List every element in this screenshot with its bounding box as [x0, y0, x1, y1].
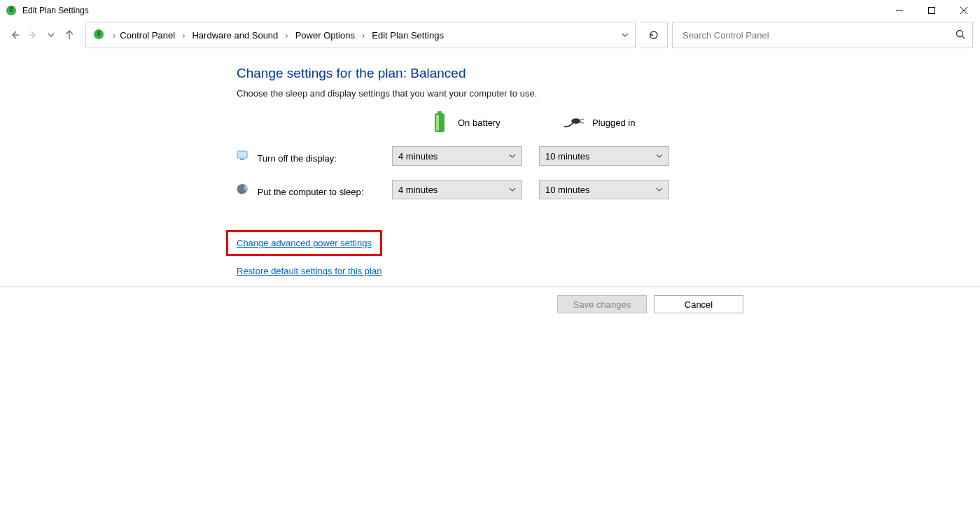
- forward-button[interactable]: [25, 27, 41, 43]
- chevron-right-icon[interactable]: ›: [179, 30, 188, 41]
- address-icon: [86, 29, 110, 42]
- chevron-down-icon: [656, 151, 663, 162]
- up-button[interactable]: [62, 27, 77, 43]
- navigation-bar: › Control Panel › Hardware and Sound › P…: [0, 21, 980, 49]
- chevron-down-icon: [509, 185, 516, 195]
- app-icon: [6, 5, 17, 16]
- row-label-wrap: Turn off the display:: [237, 149, 392, 164]
- minimize-button[interactable]: [883, 0, 916, 21]
- svg-rect-15: [436, 115, 439, 131]
- chevron-down-icon: [509, 151, 516, 162]
- svg-line-18: [580, 122, 584, 123]
- row-label-wrap: Put the computer to sleep:: [237, 183, 392, 197]
- battery-column-header: On battery: [392, 111, 539, 134]
- display-plugged-dropdown[interactable]: 10 minutes: [539, 146, 669, 166]
- recent-locations-button[interactable]: [43, 27, 59, 43]
- sleep-label: Put the computer to sleep:: [258, 187, 364, 197]
- dropdown-value: 10 minutes: [545, 151, 590, 162]
- setting-row-sleep: Put the computer to sleep: 4 minutes 10 …: [237, 180, 980, 199]
- page-heading: Change settings for the plan: Balanced: [237, 66, 980, 81]
- chevron-right-icon[interactable]: ›: [282, 30, 290, 41]
- maximize-button[interactable]: [916, 0, 948, 21]
- footer: Save changes Cancel: [0, 286, 980, 322]
- svg-point-16: [571, 118, 580, 124]
- svg-line-12: [962, 36, 965, 38]
- nav-arrows: [7, 27, 77, 43]
- sleep-plugged-dropdown[interactable]: 10 minutes: [539, 180, 669, 199]
- svg-rect-19: [237, 151, 247, 158]
- column-headers: On battery Plugged in: [237, 111, 980, 134]
- chevron-right-icon[interactable]: ›: [110, 30, 118, 41]
- setting-row-display: Turn off the display: 4 minutes 10 minut…: [237, 146, 980, 166]
- plugged-column-header: Plugged in: [539, 111, 686, 134]
- page-subtext: Choose the sleep and display settings th…: [237, 88, 980, 99]
- dropdown-value: 4 minutes: [398, 151, 438, 162]
- dropdown-value: 4 minutes: [398, 185, 438, 195]
- highlighted-box: Change advanced power settings: [226, 230, 382, 256]
- breadcrumb-item[interactable]: Hardware and Sound: [190, 27, 279, 43]
- window-title: Edit Plan Settings: [22, 6, 883, 15]
- plugged-column-label: Plugged in: [592, 118, 635, 128]
- search-input[interactable]: [681, 29, 955, 41]
- breadcrumb: Control Panel › Hardware and Sound › Pow…: [118, 27, 615, 43]
- title-bar: Edit Plan Settings: [0, 0, 980, 21]
- close-button[interactable]: [948, 0, 980, 21]
- battery-column-label: On battery: [458, 118, 500, 128]
- main-content: Change settings for the plan: Balanced C…: [0, 49, 980, 276]
- save-button[interactable]: Save changes: [557, 295, 647, 313]
- breadcrumb-item[interactable]: Edit Plan Settings: [370, 27, 445, 43]
- sleep-battery-dropdown[interactable]: 4 minutes: [392, 180, 522, 199]
- breadcrumb-item[interactable]: Power Options: [294, 27, 356, 43]
- window-controls: [883, 0, 980, 21]
- svg-rect-13: [438, 111, 442, 113]
- cancel-button[interactable]: Cancel: [654, 295, 743, 313]
- battery-icon: [428, 111, 451, 134]
- chevron-down-icon: [656, 185, 663, 195]
- refresh-button[interactable]: [640, 22, 668, 48]
- display-battery-dropdown[interactable]: 4 minutes: [392, 146, 522, 166]
- dropdown-value: 10 minutes: [545, 185, 590, 195]
- search-box[interactable]: [672, 22, 973, 48]
- svg-rect-20: [240, 159, 244, 160]
- chevron-right-icon[interactable]: ›: [359, 30, 368, 41]
- address-dropdown-button[interactable]: [615, 22, 635, 48]
- sleep-icon: [237, 183, 249, 195]
- plug-icon: [563, 111, 585, 134]
- search-icon[interactable]: [955, 29, 965, 41]
- display-icon: [237, 149, 249, 162]
- svg-rect-10: [97, 31, 100, 36]
- svg-point-11: [957, 30, 963, 36]
- links-section: Change advanced power settings Restore d…: [237, 230, 980, 276]
- advanced-link[interactable]: Change advanced power settings: [237, 238, 372, 248]
- back-button[interactable]: [7, 27, 22, 43]
- svg-line-17: [580, 119, 584, 120]
- breadcrumb-item[interactable]: Control Panel: [118, 27, 176, 43]
- svg-rect-3: [929, 8, 935, 14]
- restore-link[interactable]: Restore default settings for this plan: [237, 266, 382, 276]
- display-label: Turn off the display:: [257, 153, 336, 164]
- address-bar[interactable]: › Control Panel › Hardware and Sound › P…: [85, 22, 636, 48]
